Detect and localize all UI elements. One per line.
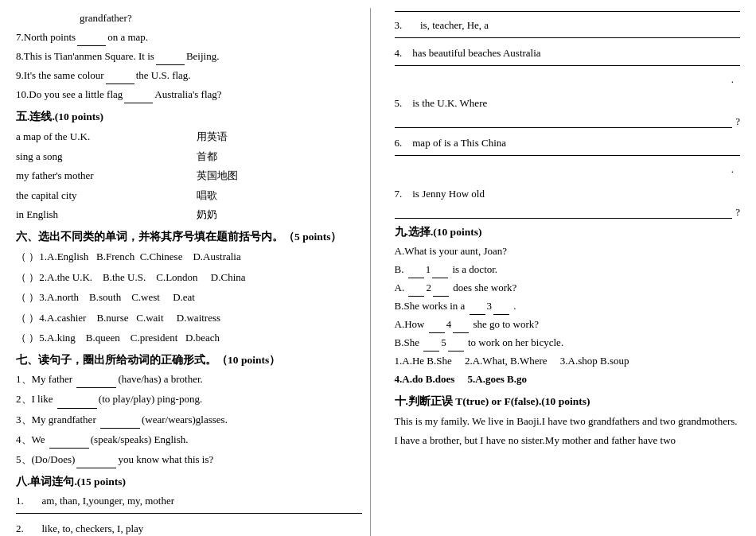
q9: 9.It's the same colourthe U.S. flag. <box>16 67 362 84</box>
sentences7-list: 1、My father (have/has) a brother. 2、I li… <box>16 371 362 468</box>
vocab-right-3: 英国地图 <box>197 166 361 184</box>
s7-5: 5、(Do/Does)you know what this is? <box>16 451 362 468</box>
s8-q1-line <box>16 513 362 514</box>
q10: 10.Do you see a little flagAustralia's f… <box>16 86 362 103</box>
sec9-line-6: B.She 5 to work on her bicycle. <box>395 334 741 352</box>
q8: 8.This is Tian'anmen Square. It isBeijin… <box>16 48 362 65</box>
vocab-table: a map of the U.K. 用英语 sing a song 首都 my … <box>16 127 362 223</box>
sec9-line-4: B.She works in a 3 . <box>395 297 741 315</box>
s7-3: 3、My grandfather (wear/wears)glasses. <box>16 411 362 429</box>
r-q4-line <box>395 65 741 66</box>
choice-1: （ ）1.A.English B.French C.Chinese D.Aust… <box>16 247 362 266</box>
r-q5-prompt: 5. is the U.K. Where <box>395 95 741 112</box>
r-q3-prompt: 3. is, teacher, He, a <box>395 17 741 34</box>
sec10-text: This is my family. We live in Baoji.I ha… <box>395 412 741 449</box>
r-q6-line <box>395 155 741 156</box>
r-q4-prompt: 4. has beautiful beaches Australia <box>395 45 741 62</box>
sec9-title: 九.选择.(10 points) <box>395 225 741 239</box>
sec9-line-2: B. 1 is a doctor. <box>395 261 741 278</box>
vocab-right-2: 首都 <box>197 147 361 165</box>
s7-1: 1、My father (have/has) a brother. <box>16 371 362 388</box>
s8-q1-prompt: 1. am, than, I,younger, my, mother <box>16 492 362 510</box>
choice-2: （ ）2.A.the U.K. B.the U.S. C.London D.Ch… <box>16 268 362 286</box>
r-q7-qmark: ? <box>735 206 740 219</box>
r-q5-line-wrap: ? <box>395 115 741 128</box>
r-q7-prompt: 7. is Jenny How old <box>395 185 741 203</box>
r-q5-line <box>395 115 733 128</box>
top-line <box>395 11 741 12</box>
s8-q1-block: 1. am, than, I,younger, my, mother <box>16 492 362 514</box>
r-q7-block: 7. is Jenny How old ? <box>395 185 741 219</box>
s7-2: 2、I like (to play/play) ping-pong. <box>16 390 362 408</box>
sec9-content: A.What is your aunt, Joan? B. 1 is a doc… <box>395 243 741 389</box>
vocab-right-1: 用英语 <box>197 127 361 146</box>
r-q6-prompt: 6. map of is a This China <box>395 134 741 152</box>
sec9-answers-1: 1.A.He B.She 2.A.What, B.Where 3.A.shop … <box>395 352 741 370</box>
q7: 7.North pointson a map. <box>16 29 362 46</box>
sec9-line-1: A.What is your aunt, Joan? <box>395 243 741 260</box>
r-q4-dot: . <box>395 71 735 88</box>
sec10-title: 十.判断正误 T(true) or F(false).(10 points) <box>395 394 741 409</box>
r-q6-dot: . <box>395 161 735 178</box>
vocab-left-5: in English <box>16 205 181 223</box>
r-q7-line-wrap: ? <box>395 206 741 219</box>
left-column: grandfather? 7.North pointson a map. 8.T… <box>16 8 371 536</box>
sec9-line-5: A.How 4 she go to work? <box>395 316 741 333</box>
page-container: grandfather? 7.North pointson a map. 8.T… <box>16 8 740 536</box>
vocab-right-5: 奶奶 <box>197 205 361 223</box>
vocab-left-4: the capital city <box>16 186 181 204</box>
right-column: 3. is, teacher, He, a 4. has beautiful b… <box>387 8 741 536</box>
choices-list: （ ）1.A.English B.French C.Chinese D.Aust… <box>16 247 362 347</box>
r-q3-block: 3. is, teacher, He, a <box>395 17 741 38</box>
vocab-left-3: my father's mother <box>16 166 181 184</box>
sec9-line-3: A. 2 does she work? <box>395 279 741 297</box>
s8-q2-prompt: 2. like, to, checkers, I, play <box>16 520 362 536</box>
s8-q2-block: 2. like, to, checkers, I, play <box>16 520 362 536</box>
vocab-left-1: a map of the U.K. <box>16 127 181 146</box>
choice-5: （ ）5.A.king B.queen C.president D.beach <box>16 328 362 347</box>
choice-3: （ ）3.A.north B.south C.west D.eat <box>16 288 362 306</box>
r-q6-block: 6. map of is a This China . <box>395 134 741 178</box>
r-q7-line <box>395 206 733 219</box>
sec9-answers-2: 4.A.do B.does 5.A.goes B.go <box>395 371 741 388</box>
r-q4-block: 4. has beautiful beaches Australia . <box>395 45 741 88</box>
vocab-left-2: sing a song <box>16 147 181 165</box>
sec6-title: 六、选出不同类的单词，并将其序号填在题前括号内。（5 points） <box>16 230 362 244</box>
r-q5-block: 5. is the U.K. Where ? <box>395 95 741 128</box>
sec5-title: 五.连线.(10 points) <box>16 110 362 124</box>
s7-4: 4、We (speak/speaks) English. <box>16 431 362 449</box>
choice-4: （ ）4.A.cashier B.nurse C.wait D.waitress <box>16 309 362 327</box>
intro-line: grandfather? <box>16 10 362 27</box>
vocab-right-4: 唱歌 <box>197 186 361 204</box>
r-q3-line <box>395 37 741 38</box>
sec7-title: 七、读句子，圈出所给动词的正确形式。（10 points） <box>16 353 362 367</box>
sec8-title: 八.单词连句.(15 points) <box>16 475 362 489</box>
r-q5-qmark: ? <box>735 115 740 128</box>
